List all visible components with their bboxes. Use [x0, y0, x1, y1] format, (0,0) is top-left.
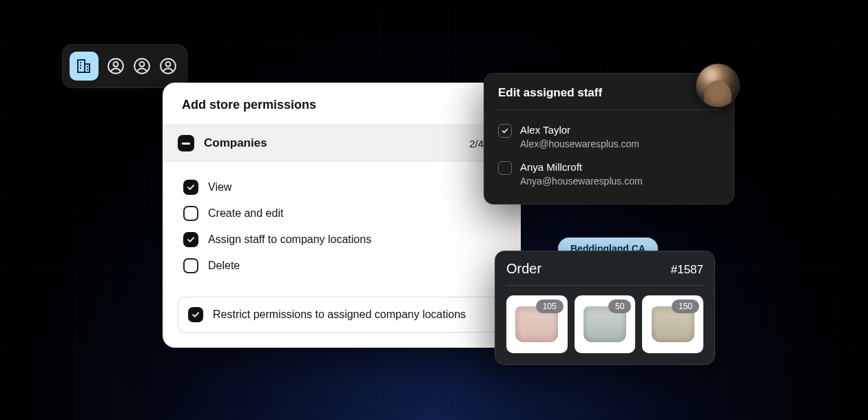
person-icon[interactable] — [133, 57, 151, 75]
order-item[interactable]: 105 — [506, 295, 568, 353]
order-number: #1587 — [671, 263, 703, 277]
svg-rect-1 — [85, 64, 90, 72]
checkbox[interactable] — [183, 180, 198, 195]
group-count: 2/4 — [469, 138, 484, 149]
checkbox[interactable] — [183, 206, 198, 221]
permission-list: View Create and edit Assign staff to com… — [163, 162, 521, 293]
restrict-permissions-box[interactable]: Restrict permissions to assigned company… — [178, 297, 506, 333]
order-item[interactable]: 50 — [575, 295, 636, 353]
staff-row[interactable]: Anya Millcroft Anya@housewaresplus.com — [498, 156, 720, 193]
indeterminate-checkbox[interactable] — [178, 135, 194, 151]
group-label: Companies — [204, 136, 459, 150]
person-icon[interactable] — [159, 57, 177, 75]
permission-group-header[interactable]: Companies 2/4 — [163, 125, 521, 162]
restrict-label: Restrict permissions to assigned company… — [213, 308, 466, 321]
building-icon — [76, 58, 92, 74]
permission-row[interactable]: Delete — [183, 253, 500, 279]
permission-label: Assign staff to company locations — [208, 233, 371, 246]
order-items: 105 50 150 — [506, 295, 703, 353]
svg-point-10 — [140, 62, 145, 67]
checkbox[interactable] — [183, 232, 198, 247]
staff-name: Alex Taylor — [520, 123, 639, 137]
svg-point-12 — [166, 62, 171, 67]
quantity-badge: 150 — [672, 300, 699, 313]
quantity-badge: 105 — [536, 300, 564, 313]
staff-name: Anya Millcroft — [520, 160, 643, 174]
checkbox[interactable] — [183, 258, 198, 273]
order-title: Order — [506, 261, 541, 277]
card-title: Add store permissions — [163, 83, 521, 125]
checkbox[interactable] — [188, 307, 203, 322]
order-item[interactable]: 150 — [642, 295, 703, 353]
permission-scope-toolbar — [62, 44, 187, 88]
card-title: Edit assigned staff — [498, 86, 720, 110]
permission-row[interactable]: View — [183, 174, 500, 200]
permission-label: View — [208, 181, 231, 193]
permission-row[interactable]: Assign staff to company locations — [183, 227, 500, 253]
permission-label: Delete — [208, 260, 240, 272]
company-scope-tile[interactable] — [70, 52, 99, 81]
checkbox[interactable] — [498, 124, 512, 138]
staff-row[interactable]: Alex Taylor Alex@housewaresplus.com — [498, 118, 720, 156]
staff-email: Anya@housewaresplus.com — [520, 174, 643, 189]
checkbox[interactable] — [498, 161, 512, 175]
order-card: Order #1587 105 50 150 — [495, 251, 715, 365]
permission-row[interactable]: Create and edit — [183, 200, 500, 227]
store-permissions-card: Add store permissions Companies 2/4 View… — [163, 83, 521, 348]
staff-email: Alex@housewaresplus.com — [520, 137, 639, 151]
person-icon[interactable] — [107, 57, 125, 75]
svg-point-8 — [114, 62, 118, 67]
quantity-badge: 50 — [608, 300, 631, 313]
permission-label: Create and edit — [208, 207, 283, 220]
avatar — [696, 63, 740, 107]
